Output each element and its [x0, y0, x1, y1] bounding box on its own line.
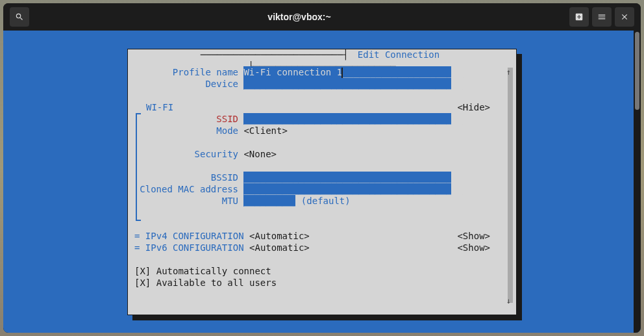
ipv6-select[interactable]: <Automatic> — [249, 242, 310, 253]
new-tab-icon — [575, 12, 584, 21]
row-device: Device _________________________________… — [134, 78, 510, 90]
device-input[interactable]: ________________________________________ — [243, 78, 451, 90]
ipv6-label: IPv6 CONFIGURATION — [140, 242, 243, 253]
row-security: Security <None> — [134, 148, 510, 160]
row-cloned-mac: Cloned MAC address _____________________… — [134, 183, 510, 195]
window-title: viktor@vbox:~ — [34, 12, 564, 22]
mtu-hint: (default) — [295, 195, 350, 207]
row-wifi-section: WI-FI <Hide> — [134, 101, 510, 113]
ipv4-select[interactable]: <Automatic> — [249, 230, 310, 242]
new-tab-button[interactable] — [569, 7, 589, 27]
close-icon — [620, 12, 629, 21]
row-avail-all: [X] Available to all users — [134, 277, 510, 289]
nmtui-dialog: ──────────────────────────┤ Edit Connect… — [127, 49, 517, 315]
row-auto-connect: [X] Automatically connect — [134, 265, 510, 277]
viewport-scrollbar[interactable] — [634, 31, 641, 333]
search-button[interactable] — [10, 7, 29, 27]
cloned-mac-input[interactable]: ________________________________________ — [243, 183, 451, 195]
terminal-viewport: ──────────────────────────┤ Edit Connect… — [3, 31, 641, 333]
mtu-input[interactable]: __________ — [243, 195, 295, 207]
security-select[interactable]: <None> — [243, 148, 277, 160]
bssid-label: BSSID — [134, 172, 238, 183]
row-ssid: SSID ___________________________________… — [134, 113, 510, 125]
ipv4-show-toggle[interactable]: <Show> — [457, 230, 490, 242]
ssid-label: SSID — [134, 113, 238, 125]
ssid-input[interactable]: ________________________________________ — [243, 113, 451, 125]
scrollbar-thumb[interactable] — [635, 32, 639, 110]
mode-select[interactable]: <Client> — [243, 125, 287, 136]
row-profile-name: Profile name Wi-Fi connection 1_________… — [134, 66, 510, 78]
auto-connect-checkbox[interactable]: [X] Automatically connect — [134, 265, 271, 277]
cloned-mac-label: Cloned MAC address — [134, 183, 238, 195]
titlebar-right-controls — [569, 7, 634, 27]
mtu-label: MTU — [134, 195, 238, 207]
terminal-window: viktor@vbox:~ ──────────────────────────… — [3, 3, 641, 333]
close-button[interactable] — [615, 7, 634, 27]
profile-name-input[interactable]: Wi-Fi connection 1______________________ — [243, 66, 451, 78]
ipv6-show-toggle[interactable]: <Show> — [457, 242, 490, 253]
security-label: Security — [134, 148, 238, 160]
mode-label: Mode — [134, 125, 238, 136]
ipv4-label: IPv4 CONFIGURATION — [140, 230, 243, 242]
dialog-body: Profile name Wi-Fi connection 1_________… — [128, 49, 516, 315]
titlebar: viktor@vbox:~ — [3, 3, 641, 31]
menu-button[interactable] — [592, 7, 612, 27]
device-label: Device — [134, 78, 238, 90]
row-mtu: MTU __________ (default) — [134, 195, 510, 207]
row-bssid: BSSID __________________________________… — [134, 172, 510, 183]
row-ipv6: = IPv6 CONFIGURATION <Automatic> <Show> — [134, 242, 510, 253]
equals-icon: = — [134, 242, 140, 253]
row-ipv4: = IPv4 CONFIGURATION <Automatic> <Show> — [134, 230, 510, 242]
avail-all-checkbox[interactable]: [X] Available to all users — [134, 277, 277, 289]
wifi-hide-toggle[interactable]: <Hide> — [457, 101, 490, 113]
profile-name-label: Profile name — [134, 66, 238, 78]
bssid-input[interactable]: ________________________________________ — [243, 172, 451, 183]
section-bracket — [136, 113, 137, 221]
row-mode: Mode <Client> — [134, 125, 510, 136]
search-icon — [15, 12, 24, 21]
hamburger-icon — [597, 12, 606, 21]
equals-icon: = — [134, 230, 140, 242]
wifi-section-label: WI-FI — [146, 101, 173, 113]
